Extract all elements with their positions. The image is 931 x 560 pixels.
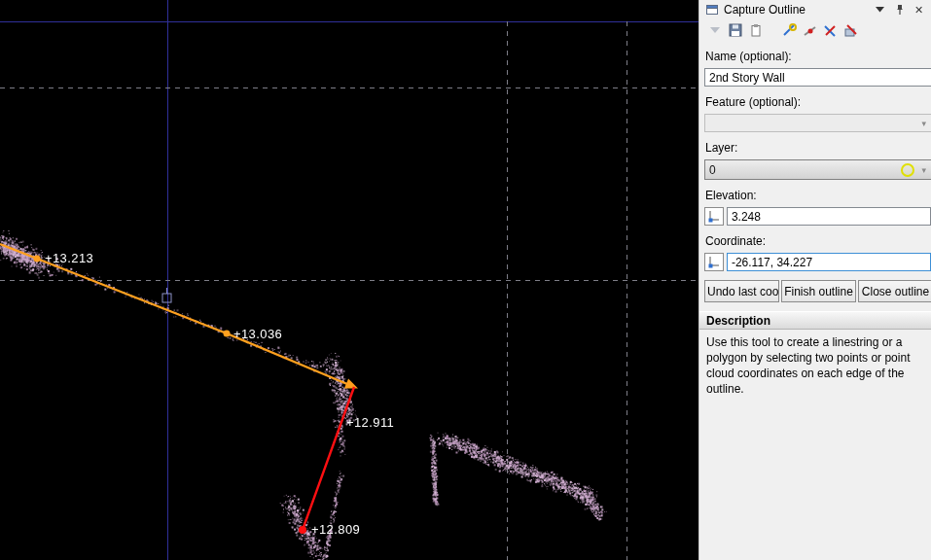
outline-segment-red (303, 387, 354, 530)
coordinate-pick-button[interactable] (704, 253, 724, 271)
snap-point-icon[interactable] (781, 22, 798, 39)
description-text: Use this tool to create a linestring or … (704, 330, 931, 398)
measurement-overlay (0, 0, 698, 560)
panel-window-icon (704, 3, 719, 18)
pick-point-icon (707, 210, 720, 223)
panel-toolbar (699, 19, 931, 41)
vertex-point-2 (224, 331, 231, 337)
pick-point-icon (707, 256, 720, 268)
close-icon[interactable]: ✕ (912, 3, 926, 18)
feature-dropdown[interactable]: ▾ (704, 114, 931, 132)
pin-icon[interactable] (892, 3, 907, 18)
name-label: Name (optional): (705, 50, 931, 63)
snap-intersection-icon[interactable] (802, 22, 818, 39)
elevation-input[interactable] (727, 207, 931, 226)
elevation-row (704, 207, 931, 226)
layer-value: 0 (709, 163, 716, 177)
elevation-label: Elevation: (705, 189, 931, 202)
coordinate-label: Coordinate: (705, 234, 931, 248)
vertex-point-1 (34, 256, 41, 262)
panel-form: Name (optional): Feature (optional): ▾ L… (699, 50, 931, 398)
elevation-annotation-3: +12.911 (346, 415, 394, 430)
undo-last-coordinate-button[interactable]: Undo last coo (704, 280, 779, 302)
layer-chevron-icon: ▾ (921, 165, 926, 175)
coordinate-row (704, 253, 931, 271)
layer-right-group: ▾ (896, 163, 931, 177)
action-buttons: Undo last coo Finish outline Close outli… (704, 280, 931, 302)
snap-cursor-marker (162, 288, 171, 302)
application-window: +13.213 +13.036 +12.911 +12.809 Capture … (0, 0, 931, 560)
layer-label: Layer: (705, 141, 931, 155)
elevation-pick-button[interactable] (704, 207, 724, 226)
save-icon[interactable] (727, 22, 743, 39)
elevation-annotation-1: +13.213 (45, 251, 93, 265)
coordinate-input[interactable] (727, 253, 931, 271)
finish-outline-button[interactable]: Finish outline (781, 280, 856, 302)
feature-chevron-icon: ▾ (916, 119, 931, 128)
elevation-annotation-2: +13.036 (233, 327, 282, 341)
outline-arrowhead (344, 378, 358, 388)
dropdown-arrow-icon[interactable] (706, 22, 723, 39)
feature-label: Feature (optional): (705, 95, 931, 109)
snap-edge-icon[interactable] (822, 22, 839, 39)
layer-dropdown[interactable]: 0 ▾ (704, 159, 931, 180)
vertex-point-4 (299, 526, 306, 534)
close-outline-button[interactable]: Close outline (858, 280, 931, 302)
outline-polyline-orange (0, 244, 354, 387)
panel-title: Capture Outline (724, 3, 868, 17)
elevation-annotation-4: +12.809 (311, 522, 360, 537)
name-input[interactable] (704, 68, 931, 87)
point-cloud-viewport[interactable]: +13.213 +13.036 +12.911 +12.809 (0, 0, 698, 560)
snap-toggle-icon[interactable] (842, 22, 859, 39)
capture-outline-panel: Capture Outline ✕ (698, 0, 931, 560)
layer-color-swatch (901, 163, 914, 177)
description-header: Description (699, 311, 931, 330)
copy-page-icon[interactable] (747, 22, 764, 39)
chevron-down-icon[interactable] (873, 3, 887, 18)
panel-titlebar: Capture Outline ✕ (699, 0, 931, 19)
